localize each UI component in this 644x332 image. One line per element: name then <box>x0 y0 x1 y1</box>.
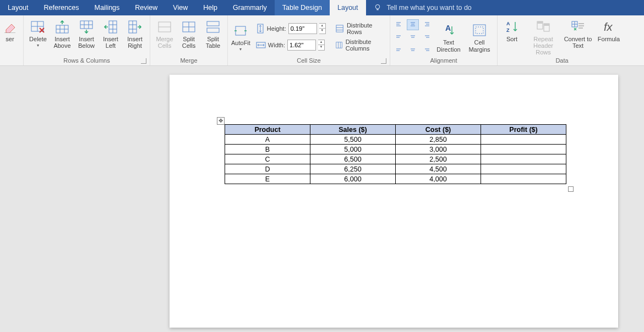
align-top-left-button[interactable] <box>394 19 406 30</box>
table-cell[interactable]: 3,000 <box>396 145 481 154</box>
th-profit[interactable]: Profit ($) <box>481 125 566 135</box>
th-product[interactable]: Product <box>225 125 310 135</box>
tab-table-design[interactable]: Table Design <box>275 0 330 15</box>
table-cell[interactable] <box>481 174 566 184</box>
table-header-row: Product Sales ($) Cost ($) Profit ($) <box>225 125 566 135</box>
svg-rect-32 <box>336 25 343 31</box>
split-table-label: Split Table <box>202 36 224 49</box>
tab-help[interactable]: Help <box>195 0 225 15</box>
table-cell[interactable]: 2,500 <box>396 154 481 164</box>
cell-size-group-label: Cell Size <box>297 57 320 64</box>
table-cell[interactable]: B <box>225 145 310 154</box>
eraser-button[interactable]: ser <box>0 17 20 42</box>
col-width-field: Width: ▲▼ <box>256 39 326 51</box>
text-direction-button[interactable]: A Text Direction <box>434 20 463 52</box>
table-row: E6,0004,000 <box>225 174 566 184</box>
width-input[interactable] <box>287 40 316 51</box>
convert-to-text-icon <box>571 20 585 34</box>
table-cell[interactable]: 2,850 <box>396 135 481 145</box>
align-bot-left-button[interactable] <box>394 43 406 54</box>
formula-icon: fx <box>602 20 615 34</box>
table-cell[interactable]: E <box>225 174 310 184</box>
split-cells-label: Split Cells <box>178 36 200 49</box>
table-cell[interactable]: 5,000 <box>310 145 396 154</box>
merge-cells-label: Merge Cells <box>154 36 176 49</box>
convert-to-text-button[interactable]: Convert to Text <box>564 17 592 49</box>
align-mid-center-button[interactable] <box>407 31 419 42</box>
table-cell[interactable] <box>481 154 566 164</box>
cell-margins-button[interactable]: Cell Margins <box>465 20 494 52</box>
width-icon <box>256 41 266 49</box>
svg-rect-61 <box>476 27 483 34</box>
split-cells-button[interactable]: Split Cells <box>178 17 200 49</box>
align-bot-center-button[interactable] <box>407 43 419 54</box>
data-table[interactable]: Product Sales ($) Cost ($) Profit ($) A5… <box>225 124 566 184</box>
merge-cells-button[interactable]: Merge Cells <box>154 17 176 49</box>
align-bot-right-button[interactable] <box>420 43 432 54</box>
align-mid-right-button[interactable] <box>420 31 432 42</box>
dialog-launcher-icon[interactable] <box>381 58 386 64</box>
autofit-label: AutoFit <box>231 40 250 46</box>
width-spinner[interactable]: ▲▼ <box>318 40 325 51</box>
tab-review[interactable]: Review <box>127 0 165 15</box>
table-move-handle-icon[interactable]: ✥ <box>217 117 225 125</box>
repeat-header-label: Repeat Header Rows <box>525 36 561 56</box>
table-cell[interactable]: D <box>225 164 310 174</box>
th-sales[interactable]: Sales ($) <box>310 125 396 135</box>
table-cell[interactable]: 6,250 <box>310 164 396 174</box>
table-resize-handle-icon[interactable] <box>568 186 574 192</box>
table-cell[interactable]: 4,000 <box>396 174 481 184</box>
table-cell[interactable]: 5,500 <box>310 135 396 145</box>
alignment-grid <box>394 19 432 54</box>
repeat-header-rows-button[interactable]: Repeat Header Rows <box>525 17 561 56</box>
align-top-center-button[interactable] <box>407 19 419 30</box>
table-cell[interactable]: 6,500 <box>310 154 396 164</box>
tab-table-layout[interactable]: Layout <box>330 0 366 15</box>
svg-point-0 <box>375 5 379 9</box>
table-cell[interactable]: 6,000 <box>310 174 396 184</box>
align-top-right-button[interactable] <box>420 19 432 30</box>
insert-left-button[interactable]: Insert Left <box>100 17 122 49</box>
tab-grammarly[interactable]: Grammarly <box>225 0 275 15</box>
table-cell[interactable]: C <box>225 154 310 164</box>
chevron-down-icon: ▾ <box>37 43 39 48</box>
tell-me-text: Tell me what you want to do <box>387 4 472 12</box>
distribute-columns-button[interactable]: Distribute Columns <box>334 39 386 51</box>
split-table-button[interactable]: Split Table <box>202 17 224 49</box>
table-cell[interactable] <box>481 145 566 154</box>
table-cell[interactable]: A <box>225 135 310 145</box>
tab-view[interactable]: View <box>165 0 195 15</box>
split-table-icon <box>206 20 220 34</box>
ribbon: ser Delete ▾ Insert Above Insert Below I… <box>0 15 644 66</box>
sort-icon: AZ <box>505 20 519 34</box>
autofit-button[interactable]: AutoFit ▾ <box>231 21 250 52</box>
alignment-group-label: Alignment <box>394 56 494 65</box>
tab-mailings[interactable]: Mailings <box>86 0 127 15</box>
delete-button[interactable]: Delete ▾ <box>27 17 49 48</box>
dialog-launcher-icon[interactable] <box>141 58 146 64</box>
autofit-icon <box>233 24 248 37</box>
table-cell[interactable] <box>481 164 566 174</box>
align-mid-left-button[interactable] <box>394 31 406 42</box>
distribute-rows-button[interactable]: Distribute Rows <box>334 23 386 35</box>
tab-references[interactable]: References <box>36 0 87 15</box>
formula-button[interactable]: fx Formula <box>594 17 623 42</box>
height-spinner[interactable]: ▲▼ <box>319 23 326 34</box>
insert-left-icon <box>103 20 118 34</box>
table-cell[interactable] <box>481 135 566 145</box>
insert-below-button[interactable]: Insert Below <box>75 17 97 49</box>
page[interactable]: ✥ Product Sales ($) Cost ($) Profit ($) … <box>170 75 618 328</box>
svg-text:Z: Z <box>506 27 510 33</box>
sort-button[interactable]: AZ Sort <box>501 17 523 42</box>
distribute-columns-icon <box>336 41 342 49</box>
table-cell[interactable]: 4,500 <box>396 164 481 174</box>
height-input[interactable] <box>288 23 317 34</box>
tab-layout[interactable]: Layout <box>0 0 36 15</box>
insert-right-button[interactable]: Insert Right <box>124 17 146 49</box>
distribute-columns-label: Distribute Columns <box>346 38 384 52</box>
tell-me[interactable]: Tell me what you want to do <box>366 0 479 15</box>
formula-label: Formula <box>598 36 620 42</box>
insert-below-icon <box>79 20 94 34</box>
th-cost[interactable]: Cost ($) <box>396 125 481 135</box>
insert-above-button[interactable]: Insert Above <box>51 17 73 49</box>
